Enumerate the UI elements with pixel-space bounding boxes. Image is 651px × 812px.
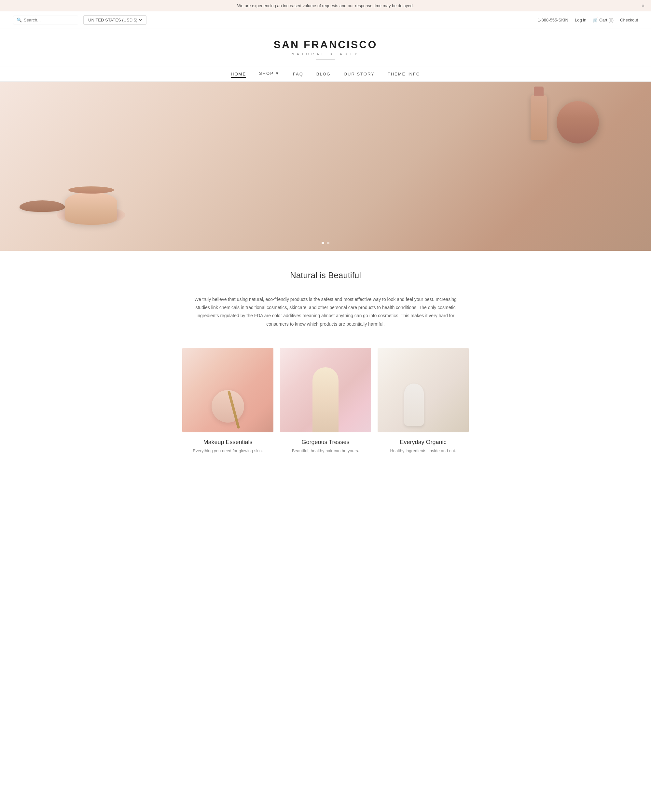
search-wrapper: 🔍	[13, 15, 78, 24]
announcement-close-button[interactable]: ×	[642, 3, 645, 9]
page-bottom	[0, 453, 651, 473]
chevron-down-icon: ▼	[275, 71, 280, 76]
nav-item-shop: SHOP ▼	[259, 71, 280, 77]
category-label-organic: Everyday Organic	[377, 439, 469, 446]
product-bottle	[530, 95, 547, 140]
category-image-hair	[280, 348, 371, 432]
currency-selector[interactable]: UNITED STATES (USD $)	[83, 15, 147, 25]
category-label-makeup: Makeup Essentials	[182, 439, 274, 446]
category-item-hair: Gorgeous Tresses Beautiful, healthy hair…	[280, 348, 371, 453]
nav-link-our-story[interactable]: OUR STORY	[344, 72, 374, 76]
login-link[interactable]: Log in	[575, 18, 586, 23]
section-divider	[192, 287, 459, 287]
nav-link-blog[interactable]: BLOG	[316, 72, 331, 76]
category-desc-makeup: Everything you need for glowing skin.	[182, 448, 274, 453]
category-desc-organic: Healthy ingredients, inside and out.	[377, 448, 469, 453]
product-jar-1	[65, 192, 117, 225]
cart-icon: 🛒	[593, 18, 598, 23]
main-nav: HOME SHOP ▼ FAQ BLOG OUR STORY THEME INF…	[0, 66, 651, 82]
product-lid	[20, 200, 65, 212]
search-input[interactable]	[24, 18, 75, 23]
nav-link-shop[interactable]: SHOP ▼	[259, 71, 280, 76]
category-image-makeup	[182, 348, 274, 432]
nav-item-home: HOME	[231, 71, 246, 77]
slider-dots	[322, 242, 329, 244]
product-jar-2	[556, 101, 599, 143]
checkout-link[interactable]: Checkout	[620, 18, 638, 23]
nav-link-theme-info[interactable]: THEME INFO	[388, 72, 420, 76]
category-grid: Makeup Essentials Everything you need fo…	[169, 348, 482, 453]
currency-select[interactable]: UNITED STATES (USD $)	[87, 17, 143, 23]
nav-item-theme-info: THEME INFO	[388, 71, 420, 77]
nav-item-faq: FAQ	[293, 71, 303, 77]
logo-area: SAN FRANCISCO NATURAL BEAUTY	[0, 29, 651, 66]
logo-brand: SAN FRANCISCO	[6, 39, 645, 51]
utility-bar: 🔍 UNITED STATES (USD $) 1-888-555-SKIN L…	[0, 11, 651, 29]
cart-label: Cart (0)	[599, 18, 614, 23]
category-label-hair: Gorgeous Tresses	[280, 439, 371, 446]
intro-title: Natural is Beautiful	[192, 270, 459, 281]
nav-item-our-story: OUR STORY	[344, 71, 374, 77]
phone-number: 1-888-555-SKIN	[538, 18, 568, 23]
search-icon: 🔍	[17, 18, 22, 23]
category-desc-hair: Beautiful, healthy hair can be yours.	[280, 448, 371, 453]
cart-link[interactable]: 🛒 Cart (0)	[593, 18, 614, 23]
hero-slider	[0, 82, 651, 251]
slider-dot-2[interactable]	[327, 242, 329, 244]
intro-section: Natural is Beautiful We truly believe th…	[179, 270, 472, 328]
logo-divider	[316, 59, 335, 60]
nav-link-home[interactable]: HOME	[231, 72, 246, 78]
logo-tagline: NATURAL BEAUTY	[6, 52, 645, 56]
slider-dot-1[interactable]	[322, 242, 324, 244]
announcement-text: We are experiencing an increased volume …	[237, 3, 414, 8]
category-item-organic: Everyday Organic Healthy ingredients, in…	[377, 348, 469, 453]
hero-background	[0, 82, 651, 251]
utility-right: 1-888-555-SKIN Log in 🛒 Cart (0) Checkou…	[538, 18, 638, 23]
nav-link-faq[interactable]: FAQ	[293, 72, 303, 76]
category-item-makeup: Makeup Essentials Everything you need fo…	[182, 348, 274, 453]
announcement-bar: We are experiencing an increased volume …	[0, 0, 651, 11]
category-image-organic	[377, 348, 469, 432]
nav-item-blog: BLOG	[316, 71, 331, 77]
intro-body: We truly believe that using natural, eco…	[192, 295, 459, 328]
